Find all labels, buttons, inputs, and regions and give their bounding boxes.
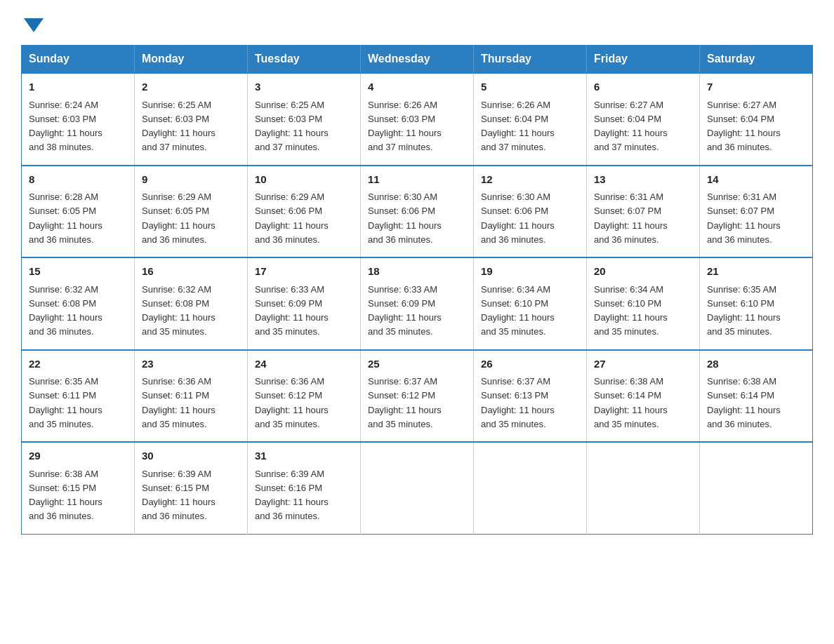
day-info: Sunrise: 6:39 AM Sunset: 6:15 PM Dayligh… xyxy=(142,469,216,522)
calendar-cell: 1 Sunrise: 6:24 AM Sunset: 6:03 PM Dayli… xyxy=(22,73,135,166)
day-number: 12 xyxy=(481,172,579,188)
calendar-cell: 9 Sunrise: 6:29 AM Sunset: 6:05 PM Dayli… xyxy=(135,166,248,258)
calendar-cell: 23 Sunrise: 6:36 AM Sunset: 6:11 PM Dayl… xyxy=(135,350,248,443)
logo xyxy=(21,14,44,32)
calendar-cell: 19 Sunrise: 6:34 AM Sunset: 6:10 PM Dayl… xyxy=(474,257,587,350)
day-info: Sunrise: 6:29 AM Sunset: 6:06 PM Dayligh… xyxy=(255,192,329,245)
day-number: 1 xyxy=(29,79,127,95)
calendar-cell: 20 Sunrise: 6:34 AM Sunset: 6:10 PM Dayl… xyxy=(587,257,700,350)
calendar-cell: 2 Sunrise: 6:25 AM Sunset: 6:03 PM Dayli… xyxy=(135,73,248,166)
day-info: Sunrise: 6:24 AM Sunset: 6:03 PM Dayligh… xyxy=(29,100,102,153)
day-info: Sunrise: 6:28 AM Sunset: 6:05 PM Dayligh… xyxy=(29,192,102,245)
calendar-cell: 24 Sunrise: 6:36 AM Sunset: 6:12 PM Dayl… xyxy=(248,350,361,443)
weekday-header-sunday: Sunday xyxy=(22,46,135,74)
calendar-cell: 26 Sunrise: 6:37 AM Sunset: 6:13 PM Dayl… xyxy=(474,350,587,443)
calendar-cell: 16 Sunrise: 6:32 AM Sunset: 6:08 PM Dayl… xyxy=(135,257,248,350)
day-number: 11 xyxy=(368,172,466,188)
calendar-cell: 21 Sunrise: 6:35 AM Sunset: 6:10 PM Dayl… xyxy=(700,257,813,350)
day-info: Sunrise: 6:35 AM Sunset: 6:11 PM Dayligh… xyxy=(29,376,102,429)
calendar-cell: 27 Sunrise: 6:38 AM Sunset: 6:14 PM Dayl… xyxy=(587,350,700,443)
day-info: Sunrise: 6:27 AM Sunset: 6:04 PM Dayligh… xyxy=(594,100,668,153)
calendar-cell: 22 Sunrise: 6:35 AM Sunset: 6:11 PM Dayl… xyxy=(22,350,135,443)
day-info: Sunrise: 6:37 AM Sunset: 6:13 PM Dayligh… xyxy=(481,376,555,429)
day-number: 20 xyxy=(594,264,692,280)
day-info: Sunrise: 6:34 AM Sunset: 6:10 PM Dayligh… xyxy=(481,284,555,337)
day-info: Sunrise: 6:27 AM Sunset: 6:04 PM Dayligh… xyxy=(707,100,781,153)
logo-arrow-icon xyxy=(24,18,44,32)
day-info: Sunrise: 6:36 AM Sunset: 6:11 PM Dayligh… xyxy=(142,376,216,429)
calendar-header-row: SundayMondayTuesdayWednesdayThursdayFrid… xyxy=(22,46,813,74)
day-number: 16 xyxy=(142,264,240,280)
day-info: Sunrise: 6:38 AM Sunset: 6:15 PM Dayligh… xyxy=(29,469,102,522)
day-info: Sunrise: 6:31 AM Sunset: 6:07 PM Dayligh… xyxy=(594,192,668,245)
day-number: 15 xyxy=(29,264,127,280)
day-info: Sunrise: 6:38 AM Sunset: 6:14 PM Dayligh… xyxy=(707,376,781,429)
day-number: 17 xyxy=(255,264,353,280)
day-info: Sunrise: 6:31 AM Sunset: 6:07 PM Dayligh… xyxy=(707,192,781,245)
day-number: 13 xyxy=(594,172,692,188)
calendar-cell: 17 Sunrise: 6:33 AM Sunset: 6:09 PM Dayl… xyxy=(248,257,361,350)
calendar-week-row: 29 Sunrise: 6:38 AM Sunset: 6:15 PM Dayl… xyxy=(22,442,813,534)
calendar-cell xyxy=(474,442,587,534)
day-info: Sunrise: 6:35 AM Sunset: 6:10 PM Dayligh… xyxy=(707,284,781,337)
calendar-cell: 8 Sunrise: 6:28 AM Sunset: 6:05 PM Dayli… xyxy=(22,166,135,258)
calendar-week-row: 22 Sunrise: 6:35 AM Sunset: 6:11 PM Dayl… xyxy=(22,350,813,443)
day-info: Sunrise: 6:30 AM Sunset: 6:06 PM Dayligh… xyxy=(368,192,442,245)
calendar-cell: 6 Sunrise: 6:27 AM Sunset: 6:04 PM Dayli… xyxy=(587,73,700,166)
day-number: 7 xyxy=(707,79,805,95)
day-info: Sunrise: 6:32 AM Sunset: 6:08 PM Dayligh… xyxy=(142,284,216,337)
day-number: 21 xyxy=(707,264,805,280)
calendar-cell: 30 Sunrise: 6:39 AM Sunset: 6:15 PM Dayl… xyxy=(135,442,248,534)
day-number: 4 xyxy=(368,79,466,95)
calendar-cell xyxy=(700,442,813,534)
calendar-table: SundayMondayTuesdayWednesdayThursdayFrid… xyxy=(21,45,813,535)
day-number: 22 xyxy=(29,356,127,373)
day-number: 28 xyxy=(707,356,805,373)
day-info: Sunrise: 6:33 AM Sunset: 6:09 PM Dayligh… xyxy=(255,284,329,337)
calendar-cell: 18 Sunrise: 6:33 AM Sunset: 6:09 PM Dayl… xyxy=(361,257,474,350)
day-number: 27 xyxy=(594,356,692,373)
calendar-cell: 29 Sunrise: 6:38 AM Sunset: 6:15 PM Dayl… xyxy=(22,442,135,534)
calendar-week-row: 8 Sunrise: 6:28 AM Sunset: 6:05 PM Dayli… xyxy=(22,166,813,258)
day-number: 31 xyxy=(255,448,353,464)
day-number: 23 xyxy=(142,356,240,373)
day-number: 14 xyxy=(707,172,805,188)
calendar-cell: 14 Sunrise: 6:31 AM Sunset: 6:07 PM Dayl… xyxy=(700,166,813,258)
day-number: 9 xyxy=(142,172,240,188)
day-info: Sunrise: 6:32 AM Sunset: 6:08 PM Dayligh… xyxy=(29,284,102,337)
day-number: 25 xyxy=(368,356,466,373)
day-info: Sunrise: 6:37 AM Sunset: 6:12 PM Dayligh… xyxy=(368,376,442,429)
weekday-header-tuesday: Tuesday xyxy=(248,46,361,74)
weekday-header-thursday: Thursday xyxy=(474,46,587,74)
calendar-week-row: 15 Sunrise: 6:32 AM Sunset: 6:08 PM Dayl… xyxy=(22,257,813,350)
day-number: 3 xyxy=(255,79,353,95)
calendar-week-row: 1 Sunrise: 6:24 AM Sunset: 6:03 PM Dayli… xyxy=(22,73,813,166)
day-info: Sunrise: 6:36 AM Sunset: 6:12 PM Dayligh… xyxy=(255,376,329,429)
day-number: 8 xyxy=(29,172,127,188)
day-number: 30 xyxy=(142,448,240,464)
day-info: Sunrise: 6:25 AM Sunset: 6:03 PM Dayligh… xyxy=(255,100,329,153)
calendar-cell xyxy=(587,442,700,534)
calendar-cell: 3 Sunrise: 6:25 AM Sunset: 6:03 PM Dayli… xyxy=(248,73,361,166)
day-number: 10 xyxy=(255,172,353,188)
calendar-cell: 15 Sunrise: 6:32 AM Sunset: 6:08 PM Dayl… xyxy=(22,257,135,350)
calendar-cell: 5 Sunrise: 6:26 AM Sunset: 6:04 PM Dayli… xyxy=(474,73,587,166)
day-number: 6 xyxy=(594,79,692,95)
calendar-cell xyxy=(361,442,474,534)
day-number: 24 xyxy=(255,356,353,373)
day-number: 26 xyxy=(481,356,579,373)
calendar-cell: 25 Sunrise: 6:37 AM Sunset: 6:12 PM Dayl… xyxy=(361,350,474,443)
day-info: Sunrise: 6:38 AM Sunset: 6:14 PM Dayligh… xyxy=(594,376,668,429)
calendar-cell: 12 Sunrise: 6:30 AM Sunset: 6:06 PM Dayl… xyxy=(474,166,587,258)
day-number: 18 xyxy=(368,264,466,280)
day-info: Sunrise: 6:29 AM Sunset: 6:05 PM Dayligh… xyxy=(142,192,216,245)
day-number: 5 xyxy=(481,79,579,95)
day-info: Sunrise: 6:33 AM Sunset: 6:09 PM Dayligh… xyxy=(368,284,442,337)
calendar-cell: 31 Sunrise: 6:39 AM Sunset: 6:16 PM Dayl… xyxy=(248,442,361,534)
weekday-header-friday: Friday xyxy=(587,46,700,74)
weekday-header-saturday: Saturday xyxy=(700,46,813,74)
day-number: 19 xyxy=(481,264,579,280)
day-info: Sunrise: 6:26 AM Sunset: 6:04 PM Dayligh… xyxy=(481,100,555,153)
calendar-cell: 28 Sunrise: 6:38 AM Sunset: 6:14 PM Dayl… xyxy=(700,350,813,443)
day-number: 29 xyxy=(29,448,127,464)
